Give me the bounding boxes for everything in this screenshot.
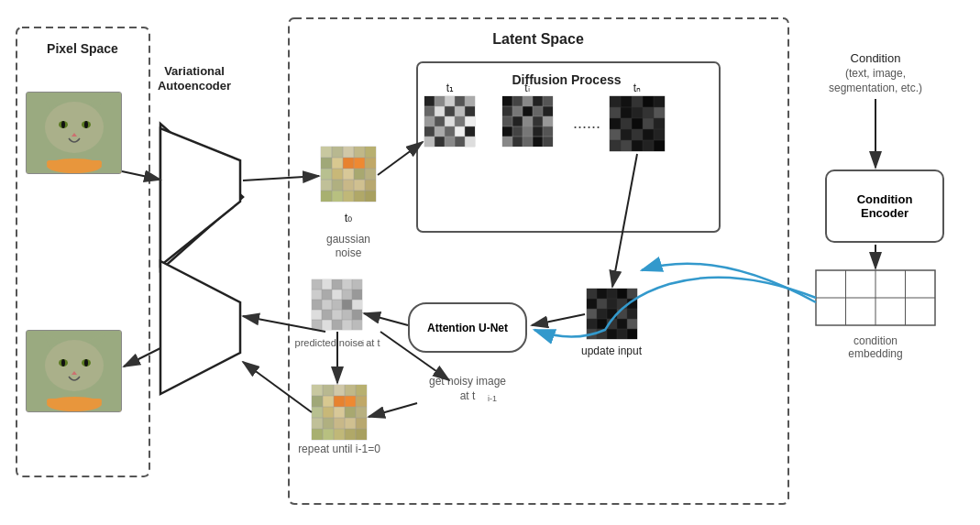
svg-rect-239 — [334, 407, 345, 418]
svg-rect-243 — [323, 418, 334, 429]
svg-rect-44 — [332, 191, 343, 202]
repeat-label: repeat until i-1=0 — [298, 443, 380, 455]
pixel-space-label: Pixel Space — [47, 41, 118, 56]
svg-rect-70 — [455, 116, 465, 126]
svg-rect-163 — [627, 289, 637, 299]
svg-rect-143 — [643, 129, 654, 140]
cond-embedding-grid — [816, 270, 935, 325]
svg-rect-198 — [312, 290, 322, 300]
svg-line-274 — [124, 348, 160, 366]
svg-rect-104 — [533, 116, 543, 126]
svg-rect-204 — [322, 300, 332, 310]
svg-rect-73 — [435, 126, 445, 137]
svg-rect-60 — [455, 96, 465, 106]
svg-rect-69 — [445, 116, 455, 126]
svg-rect-47 — [365, 191, 376, 202]
svg-rect-77 — [424, 137, 435, 147]
svg-line-265 — [122, 171, 160, 180]
svg-rect-67 — [424, 116, 435, 126]
svg-rect-197 — [352, 279, 362, 290]
get-noisy-label2: at t — [460, 389, 476, 402]
svg-rect-65 — [455, 106, 465, 116]
svg-rect-227 — [312, 385, 323, 396]
svg-rect-194 — [322, 279, 332, 290]
svg-rect-76 — [465, 126, 475, 137]
svg-rect-164 — [587, 299, 597, 309]
svg-rect-112 — [512, 137, 523, 147]
svg-rect-214 — [322, 320, 332, 330]
svg-rect-43 — [321, 191, 332, 202]
predicted-noise-sub: i — [362, 339, 364, 348]
svg-rect-196 — [342, 279, 352, 290]
svg-rect-137 — [632, 118, 643, 129]
ti-grid — [502, 96, 553, 147]
svg-line-268 — [612, 154, 637, 287]
svg-rect-81 — [465, 137, 475, 147]
svg-rect-127 — [632, 96, 643, 107]
svg-rect-35 — [343, 169, 354, 180]
svg-rect-165 — [597, 299, 607, 309]
svg-line-269 — [532, 314, 585, 325]
main-diagram-svg: Pixel Space Latent Space Variational Aut… — [0, 0, 980, 525]
svg-rect-57 — [424, 96, 435, 106]
svg-rect-26 — [354, 147, 365, 158]
svg-rect-213 — [312, 320, 322, 330]
svg-rect-170 — [597, 309, 607, 319]
svg-rect-131 — [621, 107, 632, 118]
svg-rect-61 — [465, 96, 475, 106]
svg-rect-46 — [354, 191, 365, 202]
svg-rect-24 — [332, 147, 343, 158]
update-input-grid — [587, 289, 637, 339]
svg-rect-200 — [332, 290, 342, 300]
svg-rect-240 — [345, 407, 356, 418]
t1-label: t₁ — [446, 82, 454, 94]
svg-rect-96 — [502, 106, 512, 116]
svg-rect-34 — [332, 169, 343, 180]
svg-rect-39 — [332, 180, 343, 191]
t0-grid — [321, 147, 376, 202]
svg-rect-207 — [352, 300, 362, 310]
svg-rect-29 — [332, 158, 343, 169]
svg-rect-251 — [356, 429, 367, 440]
svg-rect-141 — [621, 129, 632, 140]
svg-rect-183 — [627, 329, 637, 339]
svg-rect-147 — [632, 140, 643, 151]
svg-rect-228 — [323, 385, 334, 396]
svg-rect-161 — [607, 289, 617, 299]
svg-rect-101 — [502, 116, 512, 126]
svg-rect-145 — [610, 140, 621, 151]
svg-rect-80 — [455, 137, 465, 147]
svg-rect-249 — [334, 429, 345, 440]
svg-rect-93 — [523, 96, 533, 106]
svg-rect-113 — [523, 137, 533, 147]
svg-rect-72 — [424, 126, 435, 137]
svg-rect-91 — [502, 96, 512, 106]
svg-rect-107 — [512, 126, 523, 137]
diagram-container: Attention U-Net ConditionEncoder Pixel S… — [0, 0, 980, 525]
svg-rect-105 — [543, 116, 553, 126]
pixel-space-border — [17, 27, 149, 476]
svg-rect-181 — [607, 329, 617, 339]
svg-line-270 — [364, 313, 408, 325]
svg-rect-238 — [323, 407, 334, 418]
svg-rect-130 — [610, 107, 621, 118]
svg-rect-125 — [610, 96, 621, 107]
svg-rect-248 — [323, 429, 334, 440]
svg-rect-246 — [356, 418, 367, 429]
svg-rect-178 — [627, 319, 637, 329]
svg-rect-148 — [643, 140, 654, 151]
svg-rect-216 — [342, 320, 352, 330]
svg-rect-250 — [345, 429, 356, 440]
svg-rect-42 — [365, 180, 376, 191]
get-noisy-sub: i-1 — [488, 394, 497, 403]
svg-rect-27 — [365, 147, 376, 158]
svg-rect-140 — [610, 129, 621, 140]
svg-rect-245 — [345, 418, 356, 429]
svg-rect-177 — [617, 319, 627, 329]
svg-rect-38 — [321, 180, 332, 191]
update-input-label: update input — [581, 345, 643, 357]
svg-rect-95 — [543, 96, 553, 106]
svg-rect-242 — [312, 418, 323, 429]
svg-rect-244 — [334, 418, 345, 429]
svg-rect-59 — [445, 96, 455, 106]
